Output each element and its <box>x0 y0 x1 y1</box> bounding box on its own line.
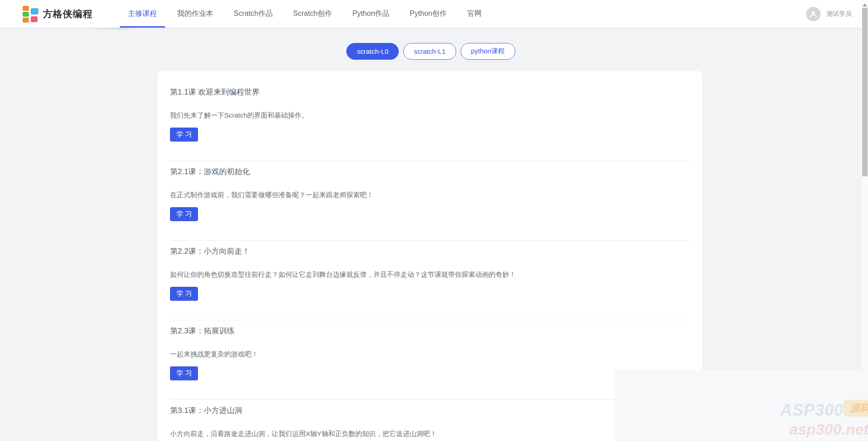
lesson-item: 第2.2课：小方向前走！ 如何让你的角色切换造型往前行走？如何让它走到舞台边缘就… <box>170 240 690 320</box>
learn-button[interactable]: 学 习 <box>170 287 198 301</box>
lesson-description: 小方向前走，沿着路途走进山洞，让我们运用X轴Y轴和正负数的知识，把它送进山洞吧！ <box>170 429 690 438</box>
user-avatar[interactable] <box>806 7 821 21</box>
lesson-description: 在正式制作游戏前，我们需要做哪些准备呢？一起来跟老师探索吧！ <box>170 190 690 199</box>
learn-button[interactable]: 学 习 <box>170 366 198 380</box>
learn-button[interactable]: 学 习 <box>170 128 198 142</box>
course-filter-row: scratch-L0 scratch-L1 python课程 <box>0 43 862 60</box>
user-name[interactable]: 测试学员 <box>826 10 852 18</box>
watermark-badge: 源码 <box>844 400 868 417</box>
nav-item-my-homework[interactable]: 我的作业本 <box>169 0 222 28</box>
lesson-title: 第2.1课：游戏的初始化 <box>170 167 690 177</box>
brand-logo[interactable]: 方格侠编程 <box>22 5 93 23</box>
nav-item-official-site[interactable]: 官网 <box>459 0 490 28</box>
lesson-title: 第2.2课：小方向前走！ <box>170 247 690 256</box>
watermark-text: ASP300 <box>780 401 844 420</box>
lesson-item: 第1.1课 欢迎来到编程世界 我们先来了解一下Scratch的界面和基础操作。 … <box>170 81 690 161</box>
lesson-item: 第2.3课：拓展训练 一起来挑战更复杂的游戏吧！ 学 习 <box>170 320 690 399</box>
filter-pill-scratch-l0[interactable]: scratch-L0 <box>346 43 399 60</box>
lesson-title: 第3.1课：小方进山洞 <box>170 406 690 416</box>
lesson-title: 第1.1课 欢迎来到编程世界 <box>170 87 690 97</box>
learn-button[interactable]: 学 习 <box>170 207 198 221</box>
user-icon <box>809 9 818 19</box>
nav-item-scratch-create[interactable]: Scratch创作 <box>285 0 340 28</box>
nav-item-python-create[interactable]: Python创作 <box>401 0 455 28</box>
lesson-item: 第3.1课：小方进山洞 小方向前走，沿着路途走进山洞，让我们运用X轴Y轴和正负数… <box>170 399 690 441</box>
lesson-item: 第2.1课：游戏的初始化 在正式制作游戏前，我们需要做哪些准备呢？一起来跟老师探… <box>170 161 690 240</box>
top-navbar: 方格侠编程 主修课程 我的作业本 Scratch作品 Scratch创作 Pyt… <box>0 0 868 28</box>
lesson-description: 我们先来了解一下Scratch的界面和基础操作。 <box>170 111 690 120</box>
lesson-description: 如何让你的角色切换造型往前行走？如何让它走到舞台边缘就反弹，并且不停走动？这节课… <box>170 270 690 279</box>
nav-item-scratch-works[interactable]: Scratch作品 <box>226 0 281 28</box>
filter-pill-scratch-l1[interactable]: scratch-L1 <box>403 43 456 60</box>
nav-item-main-courses[interactable]: 主修课程 <box>120 0 165 28</box>
filter-pill-python[interactable]: python课程 <box>461 43 515 60</box>
scrollbar-thumb[interactable] <box>862 8 868 176</box>
lesson-description: 一起来挑战更复杂的游戏吧！ <box>170 350 690 359</box>
watermark-overlay: ASP300 源码 asp300.net <box>615 370 868 441</box>
nav-shadow-artifact <box>90 28 139 31</box>
nav-item-python-works[interactable]: Python作品 <box>344 0 398 28</box>
lesson-title: 第2.3课：拓展训练 <box>170 326 690 336</box>
watermark-url: asp300.net <box>789 421 868 438</box>
scrollbar-up-arrow-icon[interactable] <box>863 4 867 6</box>
main-nav: 主修课程 我的作业本 Scratch作品 Scratch创作 Python作品 … <box>120 0 494 28</box>
user-box[interactable]: 测试学员 <box>806 7 852 21</box>
brand-name: 方格侠编程 <box>43 8 93 20</box>
logo-squares-icon <box>22 5 39 23</box>
